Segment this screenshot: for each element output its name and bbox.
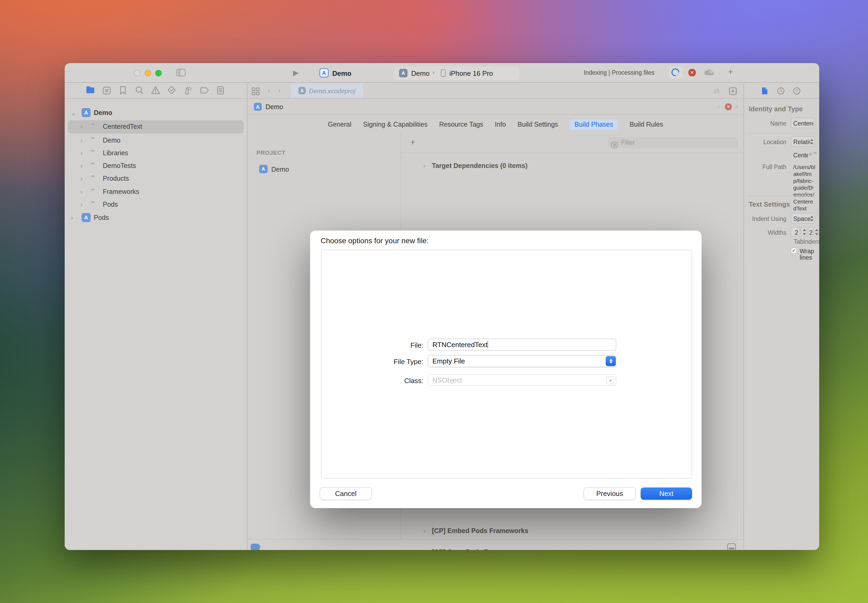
phases-filter-field[interactable]: Filter — [608, 137, 738, 148]
tree-row-frameworks[interactable]: › Frameworks — [65, 186, 247, 198]
jumpbar-error-badge[interactable]: ✕ — [725, 103, 732, 110]
run-destination: iPhone 16 Pro — [449, 70, 493, 77]
xcode-window: ▶ A Demo A Demo › iPhone 16 Pro Indexing… — [65, 63, 819, 550]
jumpbar-project-icon: A — [254, 103, 262, 111]
group-value: CenteredText — [793, 152, 808, 158]
tree-row-pods-project[interactable]: › A Pods — [65, 212, 247, 224]
phases-toolbar: + Filter — [401, 133, 743, 153]
text-settings-header: Text Settings — [749, 201, 790, 208]
next-button[interactable]: Next — [641, 487, 692, 500]
inspector-tab-strip: ? — [744, 83, 819, 99]
navigator-tab-strip — [65, 83, 247, 99]
tree-row-demo-group[interactable]: › Demo — [65, 134, 247, 147]
file-label: File: — [369, 341, 423, 349]
tab-build-phases[interactable]: Build Phases — [569, 119, 618, 130]
jumpbar-item[interactable]: Demo — [266, 103, 283, 111]
report-navigator-icon[interactable] — [217, 85, 224, 94]
error-count-badge[interactable]: ✕ — [689, 69, 696, 76]
project-row-demo[interactable]: A Demo — [253, 163, 396, 175]
jump-bar: A Demo ‹ ✕ › — [248, 99, 743, 115]
tree-row-libraries[interactable]: › Libraries — [65, 147, 247, 159]
debug-area-toggle-icon[interactable] — [727, 543, 736, 550]
scheme-selector[interactable]: A Demo › iPhone 16 Pro — [393, 66, 519, 80]
tab-signing[interactable]: Signing & Capabilities — [363, 121, 427, 128]
toolbar: ▶ A Demo A Demo › iPhone 16 Pro Indexing… — [65, 63, 819, 83]
name-label: Name — [749, 120, 786, 127]
forward-tab-chevron[interactable]: › — [278, 87, 281, 94]
tab-resource-tags[interactable]: Resource Tags — [439, 121, 483, 128]
find-navigator-icon[interactable] — [135, 86, 144, 95]
navigator-toggle-icon[interactable] — [176, 69, 186, 76]
project-icon: A — [82, 213, 91, 222]
add-toolbar-icon[interactable]: + — [728, 68, 733, 76]
file-inspector-icon[interactable] — [761, 87, 768, 95]
filter-icon — [611, 141, 618, 148]
breakpoints-toggle-icon[interactable] — [251, 544, 260, 550]
class-combobox[interactable]: NSObject — [428, 374, 616, 386]
text-caret — [487, 341, 488, 348]
window-minimize-button[interactable] — [145, 70, 151, 76]
source-control-navigator-icon[interactable] — [103, 87, 111, 95]
editor-tab[interactable]: A Demo.xcodeproj — [291, 83, 363, 98]
wrap-lines-checkbox[interactable]: ✓ — [791, 247, 797, 254]
project-navigator-icon[interactable] — [87, 87, 94, 93]
add-editor-icon[interactable] — [729, 87, 737, 95]
quick-help-inspector-icon[interactable]: ? — [793, 87, 801, 95]
issue-navigator-icon[interactable] — [151, 86, 160, 94]
bookmark-navigator-icon[interactable] — [120, 86, 126, 95]
phase-row-embed-pods[interactable]: › [CP] Embed Pods Frameworks — [401, 524, 743, 540]
history-inspector-icon[interactable] — [777, 87, 785, 95]
wrap-lines-label: Wrap lines — [800, 248, 819, 261]
tab-info[interactable]: Info — [495, 121, 506, 128]
tab-build-rules[interactable]: Build Rules — [630, 121, 663, 128]
tree-row-centeredtext[interactable]: › CenteredText — [68, 120, 244, 133]
jumpbar-back-chevron[interactable]: ‹ — [718, 102, 720, 110]
tree-row-demotests[interactable]: › DemoTests — [65, 159, 247, 172]
reveal-path-arrow-icon[interactable]: ➜ — [810, 185, 814, 190]
location-label: Location — [749, 139, 786, 145]
project-icon: A — [259, 165, 268, 173]
tree-row-products[interactable]: › Products — [65, 172, 247, 185]
indent-width-stepper[interactable] — [814, 227, 819, 237]
project-section-header: PROJECT — [257, 149, 286, 156]
navigator-panel: ⌄ A Demo › CenteredText › Demo › Libr — [65, 83, 247, 550]
cancel-button[interactable]: Cancel — [320, 487, 371, 500]
window-close-button[interactable] — [134, 70, 141, 76]
activity-status-text: Indexing | Processing files — [557, 70, 654, 76]
dialog-title: Choose options for your new file: — [320, 236, 429, 245]
identity-section-header: Identity and Type — [749, 105, 803, 113]
run-button[interactable]: ▶ — [293, 69, 299, 76]
debug-navigator-icon[interactable] — [183, 85, 193, 95]
filetype-popup[interactable]: Empty File — [428, 355, 616, 367]
tab-general[interactable]: General — [328, 121, 351, 128]
breakpoint-navigator-icon[interactable] — [200, 87, 209, 94]
phase-row-target-dependencies[interactable]: › Target Dependencies (0 items) — [401, 160, 743, 173]
project-app-icon: A — [320, 68, 328, 77]
project-icon: A — [82, 108, 91, 117]
window-zoom-button[interactable] — [155, 70, 162, 76]
test-navigator-icon[interactable] — [167, 86, 176, 94]
editor-tab-strip: ‹ › A Demo.xcodeproj ⇄ — [248, 83, 743, 99]
tree-row-demo-project[interactable]: ⌄ A Demo — [65, 107, 247, 119]
device-phone-icon — [441, 70, 446, 77]
tree-row-pods-group[interactable]: › Pods — [65, 198, 247, 211]
tab-overview-icon[interactable] — [252, 87, 260, 95]
phase-row-copy-pods[interactable]: › [CP] Copy Pods Resources — [401, 546, 743, 550]
tab-width-stepper[interactable] — [801, 227, 807, 237]
split-editor-swap-icon[interactable]: ⇄ — [714, 87, 719, 94]
add-build-phase-button[interactable]: + — [410, 138, 415, 147]
jumpbar-forward-chevron[interactable]: › — [735, 102, 738, 110]
combo-chevron-box — [606, 376, 614, 384]
tab-build-settings[interactable]: Build Settings — [517, 121, 558, 128]
indent-using-label: Indent Using — [746, 216, 786, 222]
scheme-chevron: › — [432, 70, 435, 76]
project-tree: ⌄ A Demo › CenteredText › Demo › Libr — [65, 99, 247, 539]
xcodeproj-icon: A — [299, 87, 306, 94]
back-tab-chevron[interactable]: ‹ — [268, 87, 270, 94]
file-name-input[interactable]: RTNCenteredText — [428, 339, 616, 351]
previous-button[interactable]: Previous — [584, 487, 635, 500]
desktop-wallpaper: ▶ A Demo A Demo › iPhone 16 Pro Indexing… — [0, 0, 868, 603]
toolbar-project-title: Demo — [332, 70, 351, 77]
fullpath-label: Full Path — [749, 164, 786, 170]
clear-group-icon[interactable]: ⊗ — [809, 152, 812, 157]
